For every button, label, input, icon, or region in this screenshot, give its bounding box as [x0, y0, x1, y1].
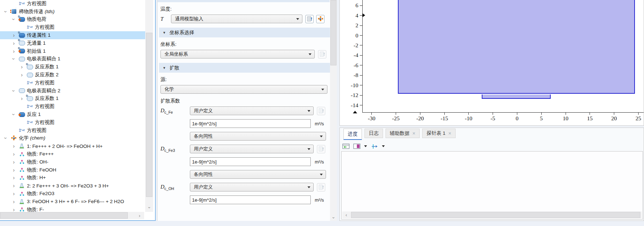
tree-item[interactable]: ›物质电荷: [0, 16, 145, 24]
tree-item[interactable]: ›反应 1: [0, 110, 145, 118]
dock-tab-探针表 1[interactable]: 探针表 1×: [422, 129, 456, 138]
coefficient-method-combobox[interactable]: 用户定义: [190, 145, 314, 153]
tree-hscroll-thumb[interactable]: [0, 212, 128, 219]
graphics-panel[interactable]: -30-25-20-15-10-505101520256420-2-4-6-8-…: [339, 0, 644, 126]
tree-item[interactable]: ›2: 2 Fe+++ + 3 OH- => Fe2O3 + 3 H+: [0, 182, 145, 190]
chevron-collapsed-icon[interactable]: ›: [18, 72, 25, 78]
settings-panel: 温度: T 通用模型输入 ▼ 坐标系选择 坐标系:: [157, 0, 337, 221]
chevron-collapsed-icon[interactable]: ›: [10, 32, 17, 38]
tree-item-label: 稀物质传递 (tds): [18, 8, 54, 15]
chevron-collapsed-icon[interactable]: ›: [10, 175, 17, 181]
section-diffusion[interactable]: ▼ 扩散: [159, 63, 331, 73]
tree-vscroll-thumb[interactable]: [146, 33, 152, 197]
tree-item[interactable]: ›电极表面耦合 1: [0, 55, 145, 63]
tree-item[interactable]: ›电极表面耦合 2: [0, 87, 145, 95]
main-domain[interactable]: [398, 0, 635, 94]
chevron-expanded-icon[interactable]: ›: [11, 16, 17, 23]
chevron-expanded-icon[interactable]: ›: [11, 87, 17, 94]
chevron-collapsed-icon[interactable]: ›: [10, 167, 17, 173]
tree-item[interactable]: ›∂u∂t=f方程视图: [0, 102, 145, 110]
chevron-collapsed-icon[interactable]: ›: [10, 207, 17, 212]
tree-item[interactable]: ›∂u∂t=f方程视图: [0, 0, 145, 8]
close-icon[interactable]: ×: [448, 132, 451, 135]
tree-item[interactable]: ›物质: Fe+++: [0, 150, 145, 158]
tree-item[interactable]: ›反应系数 1: [0, 63, 145, 71]
chevron-collapsed-icon[interactable]: ›: [10, 48, 17, 54]
bottom-notch[interactable]: [482, 94, 551, 99]
coordinate-combobox[interactable]: 全局坐标系: [160, 50, 315, 58]
tree-item[interactable]: ›3: FeOOH + 3 H+ + 6 F- => FeF6--- + 2 H…: [0, 198, 145, 206]
close-icon[interactable]: ×: [412, 132, 415, 135]
tree-item-icon: [9, 136, 18, 141]
dock-tab-进度[interactable]: 进度: [343, 129, 362, 140]
tree-item[interactable]: ›1: Fe+++ + 2 OH- => FeOOH + H+: [0, 142, 145, 150]
chevron-expanded-icon[interactable]: ›: [11, 55, 17, 62]
coefficient-value-input[interactable]: 1e-9[m^2/s]: [190, 157, 311, 166]
y-tick: [360, 45, 362, 45]
coefficient-unit: m²/s: [315, 197, 324, 203]
dock-axis-button[interactable]: [370, 142, 379, 150]
dock-layout-button[interactable]: [342, 142, 350, 150]
dock-tab-辅助数据[interactable]: 辅助数据×: [386, 129, 420, 138]
dock-window-button[interactable]: [352, 142, 361, 150]
isotropy-combobox[interactable]: 各向同性: [190, 132, 326, 141]
chevron-collapsed-icon[interactable]: ›: [10, 199, 17, 205]
coefficient-value-input[interactable]: 1e-9[m^2/s]: [190, 195, 311, 204]
tree-item[interactable]: ›∂u∂t=f方程视图: [0, 126, 145, 134]
chevron-collapsed-icon[interactable]: ›: [10, 191, 17, 197]
chevron-collapsed-icon[interactable]: ›: [10, 159, 17, 165]
dock-tab-日志[interactable]: 日志: [364, 129, 383, 138]
settings-scroll-down-arrow[interactable]: ⌄: [330, 213, 337, 220]
tree-item[interactable]: ›无通量 1: [0, 39, 145, 47]
tree-item[interactable]: ›∂u∂t=f方程视图: [0, 23, 145, 31]
dock-horizontal-scrollbar[interactable]: ‹: [342, 211, 642, 218]
tree-item-tag: (chem): [29, 135, 45, 141]
tree-scroll-right-arrow[interactable]: ›: [135, 212, 144, 219]
dropdown-arrow-icon[interactable]: [382, 145, 385, 147]
y-tick-label: -14: [340, 102, 358, 109]
source-combobox[interactable]: 化学: [160, 85, 327, 94]
section-coordinate-system[interactable]: ▼ 坐标系选择: [159, 28, 331, 37]
chevron-collapsed-icon[interactable]: ›: [10, 143, 17, 149]
coefficient-method-combobox[interactable]: 用户定义: [190, 183, 314, 191]
tree-item[interactable]: ›∂u∂t=f方程视图: [0, 118, 145, 126]
chevron-collapsed-icon[interactable]: ›: [10, 151, 17, 157]
x-tick-label: 0: [508, 115, 526, 122]
chevron-collapsed-icon[interactable]: ›: [18, 96, 25, 101]
tree-vertical-scrollbar[interactable]: ⌄: [145, 0, 153, 212]
tree-item[interactable]: ›反应系数 2: [0, 71, 145, 79]
temperature-combobox[interactable]: 通用模型输入: [171, 15, 302, 23]
tree-item[interactable]: ›物质: F-: [0, 206, 145, 212]
go-to-source-button[interactable]: [305, 15, 314, 23]
chevron-expanded-icon[interactable]: ›: [3, 8, 9, 15]
chemistry-input-button[interactable]: [316, 15, 325, 23]
coefficient-method-combobox[interactable]: 用户定义: [190, 106, 314, 115]
settings-vscroll-thumb[interactable]: [330, 0, 337, 65]
chevron-collapsed-icon[interactable]: ›: [18, 64, 25, 70]
chevron-collapsed-icon[interactable]: ›: [10, 40, 17, 46]
tree-item[interactable]: ›物质: FeOOH: [0, 166, 145, 174]
dropdown-arrow-icon[interactable]: [364, 145, 367, 147]
coefficient-value-input[interactable]: 1e-9[m^2/s]: [190, 119, 311, 128]
tree-item[interactable]: ›传递属性 1: [0, 31, 145, 39]
tree-item[interactable]: ›物质: Fe2O3: [0, 190, 145, 198]
tree-item[interactable]: ›物质: OH-: [0, 158, 145, 166]
settings-vertical-scrollbar[interactable]: ⌄: [330, 0, 337, 221]
tree-item[interactable]: ›物质: H+: [0, 174, 145, 182]
tree-horizontal-scrollbar[interactable]: ›: [0, 212, 144, 219]
chevron-expanded-icon[interactable]: ›: [3, 134, 9, 142]
tree-item[interactable]: ›初始值 1: [0, 47, 145, 55]
chevron-collapsed-icon[interactable]: ›: [10, 183, 17, 189]
equation-view-icon: ∂u∂t=f: [27, 81, 33, 85]
tree-item[interactable]: ›稀物质传递 (tds): [0, 8, 145, 16]
isotropy-combobox[interactable]: 各向同性: [190, 170, 326, 179]
x-tick: [371, 112, 372, 115]
tree-scroll-down-arrow[interactable]: ⌄: [145, 202, 153, 211]
tree-item[interactable]: ›∂u∂t=f方程视图: [0, 79, 145, 87]
chevron-expanded-icon[interactable]: ›: [11, 111, 17, 118]
dock-hscroll-thumb[interactable]: [351, 212, 640, 218]
tree-item[interactable]: ›化学 (chem): [0, 134, 145, 142]
dock-scroll-left-arrow[interactable]: ‹: [342, 211, 350, 218]
tree-item[interactable]: ›反应系数 1: [0, 95, 145, 103]
feature-node-icon: [19, 49, 25, 53]
